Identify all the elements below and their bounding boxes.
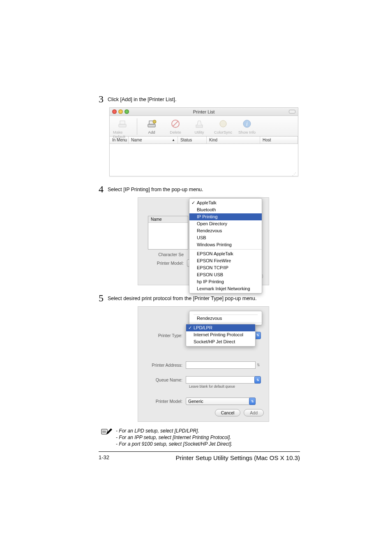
step-5-number: 5 bbox=[99, 293, 104, 304]
window-titlebar: Printer List bbox=[110, 108, 298, 116]
add-button-sheet2[interactable]: Add bbox=[244, 409, 264, 416]
menu-usb[interactable]: USB bbox=[189, 234, 262, 241]
step-3-number: 3 bbox=[99, 94, 104, 105]
menu-windows-printing[interactable]: Windows Printing bbox=[189, 241, 262, 248]
sort-up-icon: ▲ bbox=[172, 138, 178, 142]
step-5: 5 Select desired print protocol from the… bbox=[99, 293, 304, 304]
menu-epson-tcpip[interactable]: EPSON TCP/IP bbox=[189, 264, 262, 271]
select-arrows-icon: ⇅ bbox=[249, 398, 256, 405]
printer-model-label-2: Printer Model: bbox=[138, 399, 186, 404]
delete-icon bbox=[170, 118, 181, 129]
protocol-popup-menu[interactable]: AppleTalk Bluetooth IP Printing Open Dir… bbox=[189, 198, 262, 294]
add-label: Add bbox=[148, 130, 155, 134]
toolbar: Make Default Add Delete Utility bbox=[110, 116, 298, 136]
col-name-label: Name bbox=[131, 138, 142, 142]
colorsync-icon bbox=[217, 118, 229, 129]
queue-hint: Leave blank for default queue bbox=[189, 384, 269, 388]
listbox-name-header: Name bbox=[148, 216, 188, 223]
section-title: Printer Setup Utility Settings (Mac OS X… bbox=[175, 454, 300, 461]
menu-epson-appletalk[interactable]: EPSON AppleTalk bbox=[189, 250, 262, 257]
svg-rect-2 bbox=[148, 124, 155, 127]
note-line-1: - For an LPD setup, select [LPD/LPR]. bbox=[116, 428, 233, 434]
col-kind[interactable]: Kind bbox=[207, 136, 260, 143]
queue-name-label: Queue Name: bbox=[138, 377, 186, 382]
printer-name-listbox[interactable]: Name bbox=[148, 216, 188, 250]
step-5-text: Select desired print protocol from the [… bbox=[108, 296, 256, 301]
page-number: 1-32 bbox=[99, 454, 109, 461]
menu-socket[interactable]: Socket/HP Jet Direct bbox=[186, 338, 255, 345]
svg-rect-7 bbox=[196, 125, 203, 127]
col-host[interactable]: Host bbox=[260, 136, 298, 143]
menu-ip-printing[interactable]: IP Printing bbox=[189, 213, 262, 220]
note-line-3: - For a port 9100 setup, select [Socket/… bbox=[116, 441, 233, 447]
make-default-label: Make Default bbox=[113, 130, 132, 139]
svg-point-8 bbox=[220, 120, 226, 127]
colorsync-label: ColorSync bbox=[214, 130, 232, 134]
svg-rect-0 bbox=[119, 124, 126, 127]
window-title: Printer List bbox=[110, 109, 298, 114]
footer-rule bbox=[99, 451, 300, 452]
note-text: - For an LPD setup, select [LPD/LPR]. - … bbox=[116, 428, 233, 447]
menu-appletalk[interactable]: AppleTalk bbox=[189, 199, 262, 206]
printer-model-select[interactable]: Generic ⇅ bbox=[186, 398, 256, 405]
note-icon bbox=[101, 428, 112, 435]
note-block: - For an LPD setup, select [LPD/LPR]. - … bbox=[101, 428, 304, 447]
step-4-number: 4 bbox=[99, 184, 104, 195]
menu-lpd-lpr[interactable]: LPD/LPR bbox=[186, 324, 255, 331]
make-default-button[interactable]: Make Default bbox=[113, 118, 132, 139]
column-headers: In Menu Name▲ Status Kind Host bbox=[110, 136, 298, 144]
utility-label: Utility bbox=[194, 130, 204, 134]
printer-type-label: Printer Type: bbox=[138, 333, 186, 338]
printer-model-label: Printer Model: bbox=[144, 261, 187, 266]
svg-point-4 bbox=[153, 120, 156, 123]
menu-hp-ip[interactable]: hp IP Printing bbox=[189, 278, 262, 285]
info-icon: i bbox=[241, 118, 253, 129]
printer-type-popup-menu[interactable]: Rendezvous bbox=[189, 311, 262, 325]
menu-epson-usb[interactable]: EPSON USB bbox=[189, 271, 262, 278]
menu-lexmark[interactable]: Lexmark Inkjet Networking bbox=[189, 285, 262, 292]
printer-model-value: Generic bbox=[188, 399, 203, 404]
delete-button[interactable]: Delete bbox=[166, 118, 185, 134]
col-status[interactable]: Status bbox=[178, 136, 207, 143]
queue-name-input[interactable] bbox=[186, 376, 256, 384]
step-4-text: Select [IP Printing] from the pop-up men… bbox=[108, 187, 203, 192]
stepper-icon[interactable]: ⇅ bbox=[256, 361, 261, 369]
page-footer: 1-32 Printer Setup Utility Settings (Mac… bbox=[99, 454, 300, 461]
svg-line-6 bbox=[173, 121, 178, 126]
note-line-2: - For an IPP setup, select [Internet Pri… bbox=[116, 434, 233, 441]
printer-type-menu-open[interactable]: LPD/LPR Internet Printing Protocol Socke… bbox=[186, 324, 256, 347]
add-printer-sheet-1: AppleTalk Bluetooth IP Printing Open Dir… bbox=[138, 197, 269, 285]
character-set-label: Character Se bbox=[144, 252, 187, 257]
col-name[interactable]: Name▲ bbox=[129, 136, 178, 143]
menu-epson-firewire[interactable]: EPSON FireWire bbox=[189, 257, 262, 264]
svg-rect-1 bbox=[120, 121, 125, 124]
delete-label: Delete bbox=[170, 130, 181, 134]
menu-rendezvous[interactable]: Rendezvous bbox=[189, 315, 262, 322]
show-info-button[interactable]: i Show Info bbox=[238, 118, 256, 134]
resize-handle[interactable]: ⋰ bbox=[110, 172, 298, 176]
menu-bluetooth[interactable]: Bluetooth bbox=[189, 206, 262, 213]
step-4: 4 Select [IP Printing] from the pop-up m… bbox=[99, 184, 304, 195]
menu-open-directory[interactable]: Open Directory bbox=[189, 220, 262, 227]
svg-text:i: i bbox=[246, 121, 248, 127]
show-info-label: Show Info bbox=[238, 130, 256, 134]
utility-button[interactable]: Utility bbox=[190, 118, 209, 134]
menu-rendezvous[interactable]: Rendezvous bbox=[189, 227, 262, 234]
add-button[interactable]: Add bbox=[142, 118, 161, 134]
printer-icon bbox=[117, 118, 128, 129]
history-arrows-icon[interactable]: ⇅ bbox=[254, 376, 261, 384]
printer-list-body bbox=[110, 144, 298, 172]
add-printer-sheet-2: Rendezvous Printer Type: LPD/LPR Interne… bbox=[138, 306, 269, 422]
add-printer-icon bbox=[146, 118, 157, 129]
printer-address-input[interactable] bbox=[186, 361, 256, 369]
colorsync-button[interactable]: ColorSync bbox=[214, 118, 233, 134]
printer-list-window: Printer List Make Default Add bbox=[109, 107, 298, 176]
menu-ipp[interactable]: Internet Printing Protocol bbox=[186, 331, 255, 338]
printer-address-label: Printer Address: bbox=[138, 363, 186, 368]
step-3-text: Click [Add] in the [Printer List]. bbox=[108, 97, 176, 102]
cancel-button[interactable]: Cancel bbox=[215, 409, 241, 416]
utility-icon bbox=[194, 118, 205, 129]
step-3: 3 Click [Add] in the [Printer List]. bbox=[99, 94, 304, 105]
